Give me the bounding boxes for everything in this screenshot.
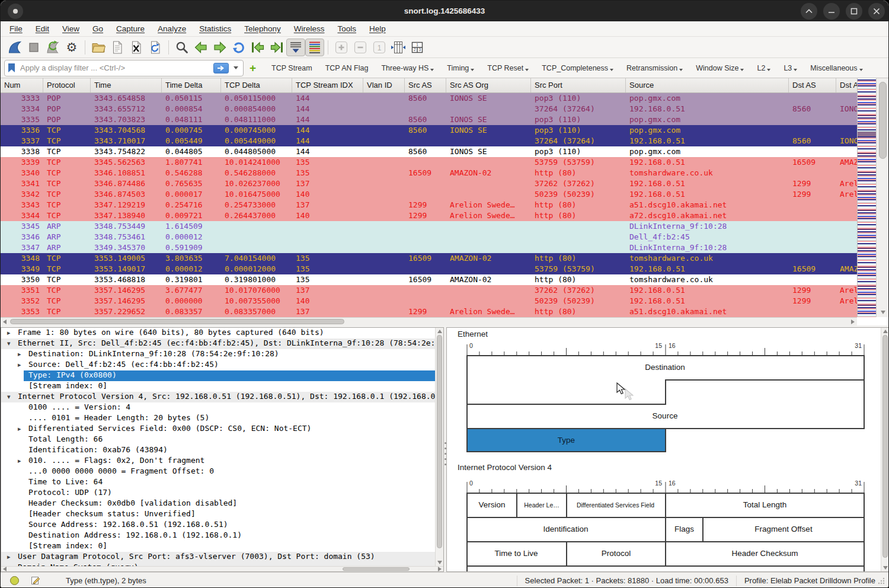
details-hscrollbar[interactable] — [1, 566, 443, 571]
column-header-dst-as-org[interactable]: Dst AS Org — [836, 78, 857, 92]
ipv4-fragment-offset-field[interactable]: Fragment Offset — [703, 517, 864, 541]
packet-row-3339[interactable]: 3339TCP3345.5625631.80774110.01424100013… — [1, 157, 857, 168]
display-filter-input[interactable]: Apply a display filter ... <Ctrl-/> — [4, 60, 244, 76]
close-file-button[interactable] — [127, 39, 146, 56]
scroll-down-icon[interactable] — [437, 561, 442, 564]
menu-file[interactable]: File — [3, 24, 29, 33]
detail-line[interactable]: 0100 .... = Version: 4 — [1, 402, 435, 413]
packet-row-3341[interactable]: 3341TCP3346.8744860.76563510.02623700013… — [1, 178, 857, 189]
filter-button-retransmission[interactable]: Retransmission — [626, 64, 683, 72]
find-packet-button[interactable] — [172, 39, 191, 56]
scroll-up-icon[interactable] — [437, 330, 442, 333]
apply-filter-button[interactable] — [213, 63, 229, 74]
ipv4-protocol-field[interactable]: Protocol — [567, 541, 665, 565]
profile-info[interactable]: Profile: Elelab Packet Drilldown Profile — [744, 576, 875, 585]
unmaximize-button[interactable] — [801, 3, 817, 20]
packet-row-3340[interactable]: 3340TCP3346.1088510.5462880.546288000135… — [1, 168, 857, 178]
detail-line[interactable]: Source Address: 192.168.0.51 (192.168.0.… — [1, 520, 435, 531]
packet-row-3336[interactable]: 3336TCP3343.7045680.0007450.000745000144… — [1, 125, 857, 136]
filter-button-tcp-completeness[interactable]: TCP_Completeness — [542, 64, 613, 72]
open-file-button[interactable] — [89, 39, 108, 56]
detail-line[interactable]: .... 0101 = Header Length: 20 bytes (5) — [1, 413, 435, 424]
minimize-button[interactable] — [823, 3, 840, 20]
packet-list-scrollbar[interactable] — [876, 78, 889, 317]
column-header-num[interactable]: Num — [1, 78, 43, 92]
capture-options-button[interactable]: ⚙ — [62, 39, 81, 56]
detail-line[interactable]: [Header checksum status: Unverified] — [1, 509, 435, 520]
filter-history-caret[interactable] — [234, 66, 238, 69]
expert-info-button[interactable] — [10, 576, 19, 585]
filter-button-window-size[interactable]: Window Size — [696, 64, 744, 72]
collapse-arrow-icon[interactable]: ▾ — [7, 392, 11, 402]
filter-button-tcp-an-flag[interactable]: TCP AN Flag — [325, 64, 369, 72]
save-file-button[interactable] — [108, 39, 127, 56]
filter-button-three-way-hs[interactable]: Three-way HS — [381, 64, 434, 72]
packet-row-3347[interactable]: 3347ARP3349.3453700.591909DLinkInterna_9… — [1, 242, 857, 253]
packet-list-hscrollbar[interactable] — [1, 317, 857, 325]
packet-row-3334[interactable]: 3334POP3343.6557120.0008540.000854000144… — [1, 104, 857, 114]
ipv4-version-field[interactable]: Version — [466, 493, 517, 517]
restart-capture-button[interactable] — [43, 39, 62, 56]
scroll-right-icon[interactable] — [438, 567, 442, 571]
scroll-left-icon[interactable] — [3, 319, 7, 324]
packet-row-3349[interactable]: 3349TCP3353.1490170.0000120.000012000135… — [1, 264, 857, 274]
menu-capture[interactable]: Capture — [110, 24, 151, 33]
menu-telephony[interactable]: Telephony — [238, 24, 287, 33]
column-header-tcp-stream-idx[interactable]: TCP Stream IDX — [292, 78, 363, 92]
colorize-button[interactable] — [305, 39, 324, 56]
layout-123-button[interactable]: 123 — [408, 39, 427, 56]
filter-button-l3[interactable]: L3 — [784, 64, 797, 72]
menu-tools[interactable]: Tools — [331, 24, 363, 33]
reload-file-button[interactable] — [146, 39, 165, 56]
packet-row-3352[interactable]: 3352TCP3357.1462950.00000010.00735500014… — [1, 296, 857, 306]
ipv4-dsf-field[interactable]: Differentiated Services Field — [566, 493, 665, 517]
column-header-src-as[interactable]: Src AS — [405, 78, 446, 92]
packet-row-3353[interactable]: 3353TCP3357.2296520.0833570.083357000137… — [1, 306, 857, 317]
packet-row-3348[interactable]: 3348TCP3353.1490053.8036357.040154000135… — [1, 253, 857, 264]
resize-columns-button[interactable] — [389, 39, 408, 56]
resize-grip[interactable] — [877, 576, 886, 586]
details-scrollbar[interactable] — [435, 328, 443, 566]
detail-line[interactable]: ▸Source: Dell_4f:b2:45 (ec:f4:bb:4f:b2:4… — [1, 360, 435, 370]
filter-button-l2[interactable]: L2 — [757, 64, 770, 72]
zoom-in-button[interactable] — [332, 39, 351, 56]
scroll-right-icon[interactable] — [851, 319, 855, 324]
scrollbar-thumb[interactable] — [10, 319, 344, 324]
stop-capture-button[interactable] — [24, 39, 43, 56]
column-header-vlan-id[interactable]: Vlan ID — [363, 78, 405, 92]
scroll-left-icon[interactable] — [3, 567, 7, 571]
detail-line[interactable]: [Stream index: 0] — [1, 541, 435, 552]
start-capture-button[interactable] — [5, 39, 24, 56]
detail-line[interactable]: ▸010. .... = Flags: 0x2, Don't fragment — [1, 456, 435, 466]
detail-line[interactable]: Total Length: 66 — [1, 434, 435, 445]
normal-size-button[interactable]: 1 — [370, 39, 389, 56]
diagram-scrollbar[interactable] — [881, 328, 889, 571]
menu-analyze[interactable]: Analyze — [151, 24, 193, 33]
scrollbar-thumb[interactable] — [882, 335, 888, 558]
detail-line[interactable]: Destination Address: 192.168.0.1 (192.16… — [1, 531, 435, 541]
menu-help[interactable]: Help — [363, 24, 392, 33]
packet-row-3342[interactable]: 3342TCP3346.8745030.00001710.01647500014… — [1, 189, 857, 200]
scrollbar-thumb[interactable] — [343, 567, 410, 571]
ipv4-identification-field[interactable]: Identification — [466, 517, 665, 541]
filter-button-timing[interactable]: Timing — [447, 64, 474, 72]
detail-line[interactable]: ▾Internet Protocol Version 4, Src: 192.1… — [1, 392, 435, 402]
ethernet-destination-field[interactable]: Destination — [466, 355, 864, 379]
scrollbar-thumb[interactable] — [437, 335, 442, 548]
first-packet-button[interactable] — [248, 39, 267, 56]
packet-row-3338[interactable]: 3338TCP3343.7548220.0448050.044805000144… — [1, 146, 857, 157]
scroll-down-icon[interactable] — [881, 311, 885, 314]
packet-row-3351[interactable]: 3351TCP3357.1462953.67747710.01707600013… — [1, 285, 857, 296]
packet-minimap[interactable] — [857, 78, 876, 317]
detail-line[interactable]: Identification: 0xab76 (43894) — [1, 445, 435, 456]
menu-go[interactable]: Go — [86, 24, 110, 33]
packet-row-3346[interactable]: 3346ARP3348.7534610.000012Dell_4f:b2:45 — [1, 232, 857, 242]
column-header-src-port[interactable]: Src Port — [531, 78, 626, 92]
expand-arrow-icon[interactable]: ▸ — [18, 349, 21, 360]
expand-arrow-icon[interactable]: ▸ — [7, 328, 11, 338]
column-header-src-as-org[interactable]: Src AS Org — [446, 78, 531, 92]
column-header-tcp-delta[interactable]: TCP Delta — [221, 78, 292, 92]
menu-statistics[interactable]: Statistics — [193, 24, 238, 33]
detail-line[interactable]: ▸Destination: DLinkInterna_9f:10:28 (78:… — [1, 349, 435, 360]
auto-scroll-button[interactable] — [286, 39, 305, 56]
